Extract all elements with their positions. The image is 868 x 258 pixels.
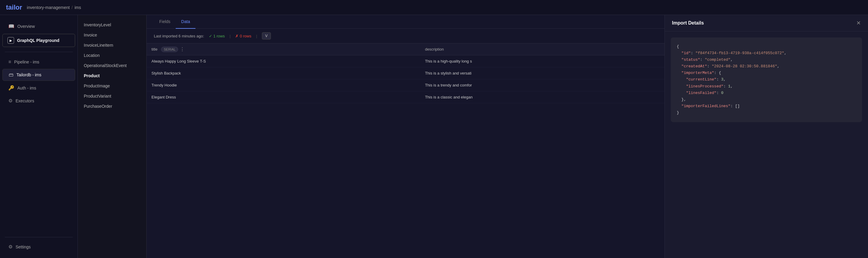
import-error-rows: ✗ 0 rows	[235, 34, 251, 38]
sidebar-item-label: Overview	[18, 24, 35, 29]
main-layout: 📖 Overview ▶ GraphQL Playground ≡ Pipeli…	[0, 15, 868, 258]
key-icon: 🔑	[8, 85, 14, 91]
sidebar-auth-label: Auth - ims	[18, 86, 36, 90]
data-table: title SERIAL ⋮ description Always Happy …	[147, 43, 664, 258]
breadcrumb-part2: ims	[74, 5, 81, 10]
cell-title: Trendy Hoodie	[147, 79, 420, 91]
table-header-row: title SERIAL ⋮ description	[147, 43, 664, 55]
executors-icon: ⚙	[8, 98, 12, 103]
table-body: Always Happy Long Sleeve T-S This is a h…	[147, 55, 664, 103]
col-description: description	[420, 43, 664, 55]
cell-description: This is a classic and elegan	[420, 91, 664, 103]
json-block: { "id": "f84f4734-fb13-4719-938a-c414f05…	[671, 37, 862, 122]
table-row: Elegant Dress This is a classic and eleg…	[147, 91, 664, 103]
topbar: tailor inventory-management / ims	[0, 0, 868, 15]
entity-item-inventorylevel[interactable]: InventoryLevel	[78, 20, 146, 30]
checkmark-icon: ✓	[209, 34, 212, 38]
breadcrumb-part1: inventory-management	[27, 5, 70, 10]
pipeline-icon: ≡	[8, 59, 11, 65]
import-success-rows: ✓ 1 rows	[209, 34, 225, 38]
sidebar-pipeline-label: Pipeline - ims	[14, 60, 39, 64]
entity-item-product[interactable]: Product	[78, 71, 146, 81]
details-panel: Import Details ✕ { "id": "f84f4734-fb13-…	[664, 15, 868, 258]
sidebar-tailordb-label: Tailordb - ims	[17, 72, 41, 77]
entity-item-invoice[interactable]: Invoice	[78, 30, 146, 40]
status-divider1: |	[229, 34, 230, 38]
cell-title: Elegant Dress	[147, 91, 420, 103]
sidebar-item-graphql[interactable]: ▶ GraphQL Playground	[2, 34, 75, 47]
entity-item-productimage[interactable]: ProductImage	[78, 81, 146, 91]
sidebar-bottom-divider	[5, 237, 73, 237]
table-row: Trendy Hoodie This is a trendy and comfo…	[147, 79, 664, 91]
breadcrumb-sep: /	[71, 5, 73, 10]
cell-title: Stylish Backpack	[147, 67, 420, 79]
play-icon: ▶	[7, 37, 14, 44]
v-button[interactable]: V	[262, 32, 271, 39]
sidebar-graphql-label: GraphQL Playground	[17, 38, 59, 43]
sidebar-item-executors[interactable]: ⚙ Executors	[2, 95, 75, 106]
col-title: title SERIAL ⋮	[147, 43, 420, 55]
tab-data[interactable]: Data	[176, 15, 195, 29]
x-icon: ✗	[235, 34, 239, 38]
app-logo: tailor	[6, 4, 22, 11]
close-button[interactable]: ✕	[856, 20, 861, 26]
cell-description: This is a stylish and versati	[420, 67, 664, 79]
breadcrumb: inventory-management / ims	[27, 5, 81, 10]
db-icon: 🗃	[9, 72, 13, 77]
panel-title: Import Details	[672, 20, 704, 26]
records-table: title SERIAL ⋮ description Always Happy …	[147, 43, 664, 103]
column-menu-icon[interactable]: ⋮	[180, 46, 185, 52]
cell-description: This is a high-quality long s	[420, 55, 664, 67]
serial-badge: SERIAL	[161, 47, 178, 52]
sidebar-executors-label: Executors	[16, 98, 34, 103]
import-status-bar: Last imported 6 minutes ago: ✓ 1 rows | …	[147, 29, 664, 43]
panel-header: Import Details ✕	[665, 15, 868, 31]
sidebar-item-tailordb[interactable]: 🗃 Tailordb - ims	[2, 69, 75, 81]
entity-list: InventoryLevel Invoice InvoiceLineItem L…	[78, 15, 147, 258]
entity-item-productvariant[interactable]: ProductVariant	[78, 91, 146, 101]
book-icon: 📖	[8, 23, 14, 29]
cell-title: Always Happy Long Sleeve T-S	[147, 55, 420, 67]
panel-body: { "id": "f84f4734-fb13-4719-938a-c414f05…	[665, 31, 868, 258]
sidebar-settings-label: Settings	[16, 245, 31, 249]
sidebar-item-settings[interactable]: ⚙ Settings	[2, 241, 75, 253]
sidebar-item-auth[interactable]: 🔑 Auth - ims	[2, 82, 75, 94]
settings-icon: ⚙	[8, 244, 12, 250]
entity-item-purchaseorder[interactable]: PurchaseOrder	[78, 101, 146, 111]
tabs-bar: Fields Data	[147, 15, 664, 29]
sidebar-item-pipeline[interactable]: ≡ Pipeline - ims	[2, 56, 75, 68]
sidebar-item-overview[interactable]: 📖 Overview	[2, 20, 75, 32]
sidebar-divider	[5, 52, 73, 52]
sidebar: 📖 Overview ▶ GraphQL Playground ≡ Pipeli…	[0, 15, 78, 258]
status-divider2: |	[256, 34, 257, 38]
import-status-label: Last imported 6 minutes ago:	[154, 34, 204, 38]
content-area: Fields Data Last imported 6 minutes ago:…	[147, 15, 664, 258]
entity-item-operationalstockevent[interactable]: OperationalStockEvent	[78, 61, 146, 71]
table-row: Stylish Backpack This is a stylish and v…	[147, 67, 664, 79]
entity-item-invoicelineitem[interactable]: InvoiceLineItem	[78, 40, 146, 50]
cell-description: This is a trendy and comfor	[420, 79, 664, 91]
table-row: Always Happy Long Sleeve T-S This is a h…	[147, 55, 664, 67]
entity-item-location[interactable]: Location	[78, 50, 146, 61]
tab-fields[interactable]: Fields	[154, 15, 176, 29]
